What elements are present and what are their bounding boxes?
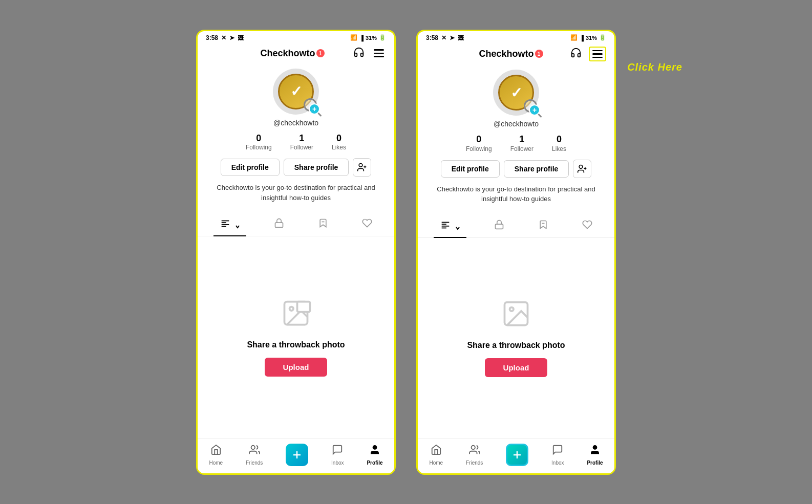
right-stat-following: 0 Following <box>466 134 492 152</box>
left-action-buttons: Edit profile Share profile <box>221 158 372 177</box>
svg-point-10 <box>290 306 294 311</box>
right-follower-count: 1 <box>519 134 524 145</box>
left-plus-button[interactable] <box>286 444 308 466</box>
battery-icon-left: 🔋 <box>379 34 386 41</box>
right-likes-count: 0 <box>557 134 562 145</box>
right-upload-button[interactable]: Upload <box>485 358 548 377</box>
right-header: Checkhowto 1 <box>418 43 614 66</box>
left-friends-icon <box>249 444 260 458</box>
right-title-text: Checkhowto <box>479 49 533 59</box>
left-tab-bookmark[interactable] <box>312 214 334 236</box>
left-title-text: Checkhowto <box>260 48 315 59</box>
status-right-left: 📶 ▐ 31% 🔋 <box>350 34 386 41</box>
right-notification-badge: 1 <box>535 50 543 58</box>
right-status-right: 📶 ▐ 31% 🔋 <box>570 34 606 41</box>
status-time-left: 3:58 ✕ ➤ 🖼 <box>206 34 244 41</box>
left-add-photo-button[interactable]: + <box>309 103 320 115</box>
left-follower-count: 1 <box>299 133 304 144</box>
right-add-photo-button[interactable]: + <box>529 104 540 116</box>
left-profile-icon <box>369 444 380 458</box>
left-following-label: Following <box>246 144 272 151</box>
svg-point-16 <box>580 165 583 168</box>
right-phone-wrapper: 3:58 ✕ ➤ 🖼 📶 ▐ 31% 🔋 Checkhowto 1 <box>416 30 616 475</box>
right-tab-lock[interactable] <box>488 215 510 237</box>
left-share-profile-button[interactable]: Share profile <box>284 159 349 176</box>
right-nav-plus[interactable] <box>506 444 528 466</box>
image-icon-right: 🖼 <box>458 34 464 41</box>
time-right: 3:58 <box>426 34 438 41</box>
hamburger-icon-right[interactable] <box>589 47 606 62</box>
signal-icon-left: ▐ <box>359 35 364 41</box>
right-add-friend-button[interactable] <box>573 160 591 178</box>
headphones-icon-left[interactable] <box>353 47 365 60</box>
left-profile-section: + @checkhowto 0 Following 1 Follower 0 L… <box>198 64 394 214</box>
right-share-profile-button[interactable]: Share profile <box>504 160 569 178</box>
left-bio: Checkhowto is your go-to destination for… <box>206 183 386 203</box>
right-tabs-row <box>418 215 614 238</box>
svg-rect-11 <box>297 301 310 312</box>
right-bottom-nav: Home Friends <box>418 438 614 473</box>
left-content-area: Share a throwback photo Upload <box>198 236 394 437</box>
x-icon-left: ✕ <box>221 34 226 41</box>
left-tab-liked[interactable] <box>356 214 378 236</box>
frames-wrapper: 3:58 ✕ ➤ 🖼 📶 ▐ 31% 🔋 Checkhowto 1 <box>196 30 616 475</box>
left-upload-button[interactable]: Upload <box>265 358 328 377</box>
left-tab-videos[interactable] <box>213 214 246 236</box>
right-nav-home[interactable]: Home <box>429 444 443 466</box>
battery-left: 31% <box>366 35 377 41</box>
right-edit-profile-button[interactable]: Edit profile <box>441 160 500 178</box>
left-add-friend-button[interactable] <box>353 158 371 177</box>
right-stats-row: 0 Following 1 Follower 0 Likes <box>466 134 566 152</box>
left-nav-inbox[interactable]: Inbox <box>331 444 344 466</box>
right-photo-icon <box>501 298 531 335</box>
left-stat-likes: 0 Likes <box>332 133 346 151</box>
svg-rect-7 <box>275 223 283 227</box>
right-nav-inbox-label: Inbox <box>551 460 564 466</box>
left-notification-badge: 1 <box>316 49 325 57</box>
hamburger-icon-left[interactable] <box>372 47 386 59</box>
left-bottom-nav: Home Friends <box>198 438 394 473</box>
left-nav-home[interactable]: Home <box>209 444 223 466</box>
right-content-area: Share a throwback photo Upload <box>418 238 614 438</box>
right-profile-icon <box>589 444 601 458</box>
right-plus-button[interactable] <box>506 444 528 466</box>
left-header-title: Checkhowto 1 <box>260 48 324 59</box>
click-here-label: Click Here <box>627 61 682 73</box>
right-tab-liked[interactable] <box>576 215 599 237</box>
left-nav-profile[interactable]: Profile <box>367 444 382 466</box>
image-icon-left: 🖼 <box>238 34 244 41</box>
left-username: @checkhowto <box>273 119 318 127</box>
left-tab-lock[interactable] <box>268 214 290 236</box>
svg-point-30 <box>593 445 596 449</box>
right-action-buttons: Edit profile Share profile <box>441 160 592 178</box>
right-nav-friends[interactable]: Friends <box>466 444 483 466</box>
left-nav-plus[interactable] <box>286 444 308 466</box>
left-nav-inbox-label: Inbox <box>331 460 344 466</box>
left-home-icon <box>210 444 222 458</box>
right-likes-label: Likes <box>552 145 566 152</box>
right-nav-friends-label: Friends <box>466 460 483 466</box>
right-nav-home-label: Home <box>429 460 443 466</box>
left-nav-profile-label: Profile <box>367 460 382 466</box>
right-nav-inbox[interactable]: Inbox <box>551 444 564 466</box>
right-throwback-title: Share a throwback photo <box>467 341 565 350</box>
left-inbox-icon <box>332 444 343 458</box>
headphones-icon-right[interactable] <box>570 47 582 61</box>
left-nav-friends[interactable]: Friends <box>246 444 263 466</box>
right-status-left: 3:58 ✕ ➤ 🖼 <box>426 34 464 41</box>
right-friends-icon <box>469 444 480 458</box>
left-phone-frame: 3:58 ✕ ➤ 🖼 📶 ▐ 31% 🔋 Checkhowto 1 <box>196 30 396 475</box>
left-edit-profile-button[interactable]: Edit profile <box>221 159 280 176</box>
right-tab-videos[interactable] <box>434 215 466 237</box>
left-avatar-container: + <box>273 69 319 115</box>
right-bio: Checkhowto is your go-to destination for… <box>426 184 606 204</box>
right-home-icon <box>431 444 442 458</box>
right-phone-frame: 3:58 ✕ ➤ 🖼 📶 ▐ 31% 🔋 Checkhowto 1 <box>416 30 616 475</box>
right-tab-bookmark[interactable] <box>532 215 554 237</box>
left-tabs-row <box>198 214 394 236</box>
right-status-bar: 3:58 ✕ ➤ 🖼 📶 ▐ 31% 🔋 <box>418 31 614 43</box>
battery-icon-right: 🔋 <box>599 34 606 41</box>
right-nav-profile[interactable]: Profile <box>587 444 603 466</box>
send-icon-left: ➤ <box>229 34 234 41</box>
time-left: 3:58 <box>206 34 218 41</box>
